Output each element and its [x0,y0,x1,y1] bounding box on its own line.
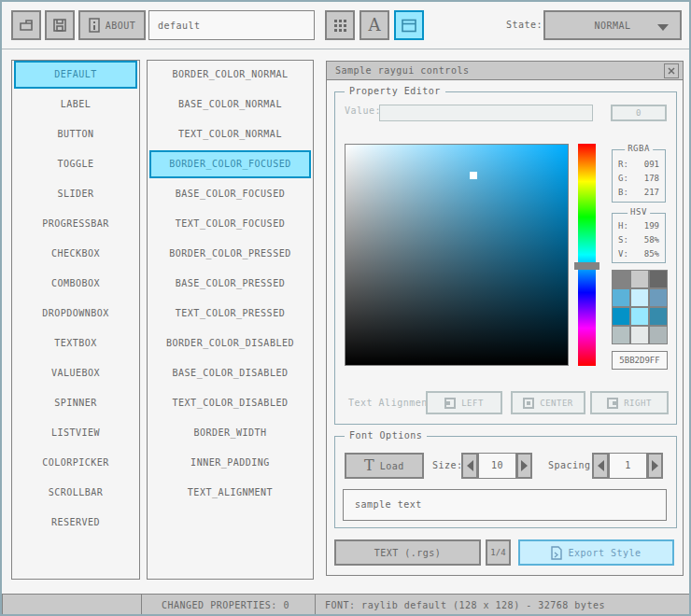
status-changed-properties: CHANGED PROPERTIES: 0 [141,594,316,616]
controls-list-item[interactable]: LABEL [14,91,137,119]
palette-cell[interactable] [650,289,667,306]
hsv-h-value: 199 [644,219,659,233]
hsv-s-row: S:58% [618,233,659,247]
palette-cell[interactable] [631,308,648,325]
close-icon [668,67,675,75]
color-picker-cursor[interactable] [470,172,477,179]
toolbar-divider [2,49,689,49]
property-list-item[interactable]: TEXT_COLOR_DISABLED [149,389,311,417]
font-options-title: Font Options [345,430,427,441]
palette-cell[interactable] [613,308,629,325]
open-style-button[interactable] [11,10,41,40]
controls-list-item[interactable]: COMBOBOX [14,270,137,298]
size-decrease-button[interactable] [461,453,478,479]
property-list-item[interactable]: TEXT_COLOR_FOCUSED [149,210,311,238]
spacing-increase-button[interactable] [647,453,663,479]
spinner-right-icon [521,460,528,471]
font-options-group: Font Options T Load Size: 10 Spacing: 1 … [334,436,677,528]
grid-icon [333,19,347,33]
about-button[interactable]: ABOUT [78,10,146,40]
property-list-item[interactable]: BASE_COLOR_NORMAL [149,91,311,119]
export-style-button[interactable]: Export Style [518,539,674,566]
align-center-icon [523,398,534,409]
controls-list-item[interactable]: COLORPICKER [14,449,137,477]
chevron-down-icon [657,24,669,31]
controls-list-item[interactable]: LISTVIEW [14,419,137,447]
align-right-icon [607,398,618,409]
property-list-item[interactable]: BASE_COLOR_DISABLED [149,359,311,387]
property-list-item[interactable]: INNER_PADDING [149,449,311,477]
controls-list-item[interactable]: TEXTBOX [14,329,137,357]
property-list-item[interactable]: BASE_COLOR_FOCUSED [149,180,311,208]
hex-color-valuebox[interactable]: 5BB2D9FF [612,351,668,370]
palette-cell[interactable] [613,327,629,343]
status-font-info: FONT: raylib default (128 x 128) - 32768… [315,594,691,616]
palette-cell[interactable] [613,289,629,306]
controls-list-item[interactable]: SCROLLBAR [14,479,137,507]
window-titlebar: Sample raygui controls [327,62,683,80]
spacing-valuebox[interactable]: 1 [609,453,647,479]
size-increase-button[interactable] [516,453,532,479]
font-load-button[interactable]: T Load [345,453,424,479]
property-list-item[interactable]: TEXT_COLOR_PRESSED [149,300,311,328]
state-dropdown[interactable]: NORMAL [543,10,682,40]
size-valuebox[interactable]: 10 [478,453,516,479]
rgba-r-value: 091 [644,158,659,172]
align-center-toggle[interactable]: CENTER [511,391,585,414]
property-list-item[interactable]: BASE_COLOR_PRESSED [149,270,311,298]
save-style-button[interactable] [45,10,75,40]
palette-cell[interactable] [631,289,648,306]
hue-slider[interactable] [578,144,596,366]
property-list-item[interactable]: TEXT_COLOR_NORMAL [149,120,311,148]
property-list-item[interactable]: BORDER_WIDTH [149,419,311,447]
sample-text-input[interactable]: sample text [343,489,667,521]
property-list-item[interactable]: BORDER_COLOR_PRESSED [149,240,311,268]
status-bar: CHANGED PROPERTIES: 0 FONT: raylib defau… [2,594,691,616]
style-table-view-button[interactable] [325,10,355,40]
controls-list-item[interactable]: TOGGLE [14,150,137,178]
hsv-v-value: 85% [644,247,659,261]
spacing-decrease-button[interactable] [592,453,609,479]
property-list-item[interactable]: BORDER_COLOR_DISABLED [149,329,311,357]
palette-cell[interactable] [650,327,667,343]
controls-list-item[interactable]: RESERVED [14,509,137,537]
window-close-button[interactable] [664,63,679,78]
floppy-icon [51,17,68,34]
hsv-v-row: V:85% [618,247,659,261]
align-left-toggle[interactable]: LEFT [426,391,502,414]
palette-cell[interactable] [650,271,667,287]
controls-list-item[interactable]: DEFAULT [14,61,137,89]
palette-cell[interactable] [631,271,648,287]
font-view-button[interactable]: A [360,10,389,40]
property-list-item[interactable]: BORDER_COLOR_FOCUSED [149,150,311,178]
controls-list-item[interactable]: SLIDER [14,180,137,208]
export-format-button[interactable]: TEXT (.rgs) [334,539,481,566]
align-right-toggle[interactable]: RIGHT [590,391,669,414]
property-list-item[interactable]: BORDER_COLOR_NORMAL [149,61,311,89]
spacing-label: Spacing: [548,453,597,479]
style-color-palette [612,270,668,344]
controls-list-item[interactable]: DROPDOWNBOX [14,300,137,328]
property-editor-group: Property Editor Value: 0 RGBA R:091 G:17… [334,91,677,425]
controls-list-item[interactable]: VALUEBOX [14,359,137,387]
value-input[interactable] [379,105,593,121]
value-apply-button[interactable]: 0 [611,105,667,121]
state-label: State: [506,10,543,40]
controls-list-item[interactable]: PROGRESSBAR [14,210,137,238]
controls-list-item[interactable]: CHECKBOX [14,240,137,268]
property-list-item[interactable]: TEXT_ALIGNMENT [149,479,311,507]
sample-controls-window: Sample raygui controls Property Editor V… [326,61,684,576]
hsv-h-row: H:199 [618,219,659,233]
palette-cell[interactable] [631,327,648,343]
format-pager-button[interactable]: 1/4 [486,539,511,566]
size-label: Size: [432,453,463,479]
controls-list-item[interactable]: BUTTON [14,120,137,148]
hue-slider-handle[interactable] [574,262,599,270]
palette-cell[interactable] [613,271,629,287]
color-saturation-value-panel[interactable] [345,144,569,366]
align-left-icon [444,398,456,409]
palette-cell[interactable] [650,308,667,325]
controls-view-button[interactable] [394,10,424,40]
controls-list-item[interactable]: SPINNER [14,389,137,417]
style-name-input[interactable] [148,10,315,40]
